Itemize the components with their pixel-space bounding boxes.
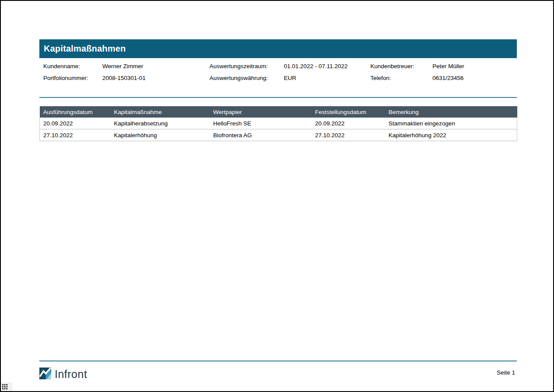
table-header-row: Ausführungsdatum Kapitalmaßnahme Wertpap…	[40, 106, 517, 118]
table-cell: 20.09.2022	[40, 118, 111, 129]
infront-logo: Infront	[39, 368, 87, 381]
infront-logo-icon	[39, 368, 51, 381]
table-cell: Kapitalherabsetzung	[111, 118, 210, 129]
header-separator-rule	[39, 97, 517, 98]
table-cell: HelloFresh SE	[210, 118, 312, 129]
info-label-auswertungswaehrung: Auswertungswährung:	[209, 74, 268, 82]
report-page: Kapitalmaßnahmen Kundenname: Werner Zimm…	[0, 0, 554, 392]
info-label-telefon: Telefon:	[370, 74, 391, 82]
brand-wordmark: Infront	[55, 368, 87, 380]
grid-handle[interactable]	[1, 382, 12, 391]
info-label-portfolionummer: Portfolionummer:	[43, 74, 88, 82]
info-value-kundenbetreuer: Peter Müller	[432, 62, 464, 70]
table-cell: 27.10.2022	[40, 129, 111, 141]
grid-handle-icon	[1, 384, 7, 389]
footer-separator-rule	[39, 361, 517, 361]
table-cell: 20.09.2022	[312, 118, 385, 129]
column-header-ausfuehrungsdatum: Ausführungsdatum	[40, 106, 111, 118]
table-row: 27.10.2022 Kapitalerhöhung Biofrontera A…	[40, 129, 517, 141]
info-label-kundenbetreuer: Kundenbetreuer:	[370, 62, 415, 70]
column-header-bemerkung: Bemerkung	[385, 106, 517, 118]
info-label-kundenname: Kundenname:	[43, 62, 80, 70]
table-cell: Biofrontera AG	[210, 129, 312, 141]
info-value-telefon: 0631/23456	[432, 74, 463, 82]
table-row: 20.09.2022 Kapitalherabsetzung HelloFres…	[40, 118, 517, 129]
table-cell: Kapitalerhöhung 2022	[385, 129, 517, 141]
page-title: Kapitalmaßnahmen	[44, 44, 126, 54]
column-header-wertpapier: Wertpapier	[210, 106, 312, 118]
page-number: Seite 1	[497, 369, 515, 376]
info-label-auswertungszeitraum: Auswertungszeitraum:	[209, 62, 268, 70]
table-cell: Kapitalerhöhung	[111, 129, 210, 141]
info-value-portfolionummer: 2008-150301-01	[102, 74, 146, 82]
column-header-feststellungsdatum: Feststellungsdatum	[312, 106, 385, 118]
report-title-bar: Kapitalmaßnahmen	[39, 39, 517, 58]
table-cell: Stammaktien eingezogen	[385, 118, 517, 129]
table-cell: 27.10.2022	[312, 129, 385, 141]
capital-actions-table: Ausführungsdatum Kapitalmaßnahme Wertpap…	[39, 106, 517, 141]
column-header-kapitalmassnahme: Kapitalmaßnahme	[111, 106, 210, 118]
info-value-auswertungswaehrung: EUR	[284, 74, 296, 82]
info-value-kundenname: Werner Zimmer	[102, 62, 143, 70]
info-value-auswertungszeitraum: 01.01.2022 - 07.11.2022	[284, 62, 348, 70]
